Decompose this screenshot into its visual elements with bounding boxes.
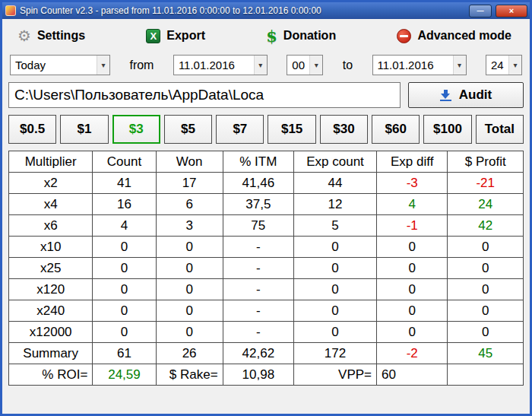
app-window: Spin Counter v2.3 - parsed from 11.01.20… [0, 0, 532, 416]
table-cell: 0 [93, 322, 156, 343]
buyin-tab-5[interactable]: $5 [164, 115, 212, 144]
table-cell: 0 [448, 237, 524, 258]
audit-label: Audit [459, 87, 492, 103]
donation-button[interactable]: $ Donation [266, 28, 336, 44]
buyin-tab-30[interactable]: $30 [320, 115, 368, 144]
advanced-mode-button[interactable]: Advanced mode [397, 29, 511, 43]
table-cell: 0 [93, 279, 156, 300]
table-cell: - [223, 322, 293, 343]
close-button[interactable]: × [496, 5, 527, 17]
table-cell: x12000 [9, 322, 93, 343]
table-cell: 4 [377, 194, 448, 215]
period-value: Today [11, 59, 97, 71]
from-date-picker[interactable]: 11.01.2016 ▾ [173, 55, 268, 75]
settings-label: Settings [37, 29, 85, 43]
table-cell: 0 [377, 279, 448, 300]
table-cell: 0 [448, 279, 524, 300]
export-button[interactable]: X Export [146, 29, 205, 43]
table-row: Summary612642,62172-245 [9, 343, 524, 364]
path-input[interactable] [8, 82, 401, 108]
buyin-tab-1[interactable]: $1 [60, 115, 108, 144]
buyin-tab-100[interactable]: $100 [423, 115, 471, 144]
table-row: x2411741,4644-3-21 [9, 173, 524, 194]
table-cell: 41,46 [223, 173, 293, 194]
advanced-mode-label: Advanced mode [417, 29, 511, 43]
title-bar: Spin Counter v2.3 - parsed from 11.01.20… [2, 2, 530, 19]
footer-cell: 24,59 [93, 364, 156, 386]
buyin-tab-3[interactable]: $3 [112, 115, 160, 144]
gear-icon: ⚙ [17, 28, 31, 43]
table-cell: 75 [223, 215, 293, 237]
table-cell: 0 [448, 322, 524, 343]
table-cell: 16 [93, 194, 156, 215]
filter-row: Today ▾ from 11.01.2016 ▾ 00 ▾ to 11.01.… [8, 55, 524, 75]
table-cell: 0 [377, 300, 448, 322]
column-header-won: Won [156, 151, 223, 173]
table-cell: 17 [156, 173, 223, 194]
table-cell: x4 [9, 194, 93, 215]
table-cell: 0 [156, 258, 223, 279]
excel-xls-icon: X [146, 29, 160, 43]
from-date-value: 11.01.2016 [174, 59, 254, 71]
from-label: from [129, 59, 154, 72]
table-cell: 0 [93, 258, 156, 279]
table-cell: 5 [294, 215, 377, 237]
table-cell: 44 [294, 173, 377, 194]
minimize-button[interactable]: — [469, 5, 492, 17]
table-cell: x240 [9, 300, 93, 322]
chevron-down-icon: ▾ [309, 56, 322, 75]
window-title: Spin Counter v2.3 - parsed from 11.01.20… [20, 5, 465, 16]
from-hour-select[interactable]: 00 ▾ [287, 55, 323, 75]
path-row: Audit [8, 82, 524, 108]
table-cell: x6 [9, 215, 93, 237]
table-cell: 24 [448, 194, 524, 215]
table-cell: 26 [156, 343, 223, 364]
table-cell: -3 [377, 173, 448, 194]
table-cell: - [223, 300, 293, 322]
buyin-tab-15[interactable]: $15 [268, 115, 315, 144]
table-cell: 42 [448, 215, 524, 237]
footer-cell: 60 [377, 364, 448, 386]
table-row: x416637,512424 [9, 194, 524, 215]
to-hour-value: 24 [486, 59, 508, 71]
buyin-tab-total[interactable]: Total [476, 115, 524, 144]
chevron-down-icon: ▾ [508, 56, 521, 75]
buyin-tabs: $0.5$1$3$5$7$15$30$60$100Total [8, 115, 524, 144]
table-cell: 0 [156, 237, 223, 258]
table-cell: -1 [377, 215, 448, 237]
table-cell: 45 [448, 343, 524, 364]
download-arrow-icon [440, 90, 451, 101]
export-label: Export [166, 29, 205, 43]
column-header-multiplier: Multiplier [9, 151, 93, 173]
period-select[interactable]: Today ▾ [10, 55, 110, 75]
from-hour-value: 00 [287, 59, 309, 71]
table-cell: - [223, 258, 293, 279]
table-cell: 0 [294, 258, 377, 279]
table-cell: x25 [9, 258, 93, 279]
toolbar: ⚙ Settings X Export $ Donation Advanced … [8, 24, 524, 48]
table-cell: 0 [93, 237, 156, 258]
to-hour-select[interactable]: 24 ▾ [486, 55, 522, 75]
column-header-itm: % ITM [223, 151, 293, 173]
close-icon: × [509, 6, 514, 15]
table-cell: 4 [93, 215, 156, 237]
table-row: x2500-000 [9, 258, 524, 279]
table-row: x12000-000 [9, 279, 524, 300]
table-cell: -2 [377, 343, 448, 364]
table-row: x1000-000 [9, 237, 524, 258]
table-row: x1200000-000 [9, 322, 524, 343]
buyin-tab-7[interactable]: $7 [216, 115, 264, 144]
settings-button[interactable]: ⚙ Settings [17, 28, 85, 43]
footer-cell: $ Rake= [156, 364, 223, 386]
calendar-dropdown-icon: ▾ [453, 56, 466, 75]
buyin-tab-60[interactable]: $60 [372, 115, 420, 144]
to-label: to [343, 59, 353, 72]
calendar-dropdown-icon: ▾ [254, 56, 267, 75]
table-header-row: Multiplier Count Won % ITM Exp count Exp… [9, 151, 524, 173]
table-cell: 0 [377, 237, 448, 258]
to-date-picker[interactable]: 11.01.2016 ▾ [372, 55, 467, 75]
audit-button[interactable]: Audit [408, 82, 524, 108]
table-cell: 6 [156, 194, 223, 215]
summary-footer-row: % ROI=24,59$ Rake=10,98VPP=60 [9, 364, 524, 386]
buyin-tab-0.5[interactable]: $0.5 [8, 115, 56, 144]
